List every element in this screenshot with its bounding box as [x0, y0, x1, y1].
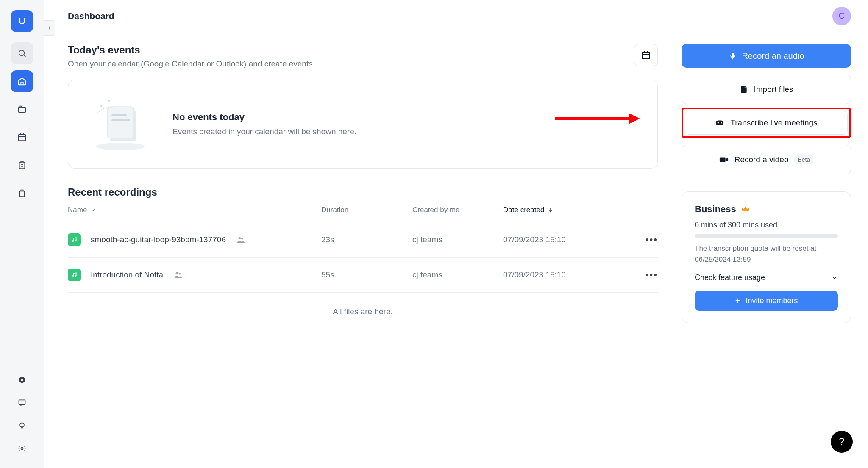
- empty-subtitle: Events created in your calendar will be …: [172, 127, 356, 136]
- recording-created-by: cj teams: [412, 270, 503, 280]
- table-footer: All files are here.: [68, 293, 658, 331]
- calendar-icon: [17, 133, 27, 142]
- bulb-icon: [18, 421, 26, 430]
- chevron-down-icon: [90, 207, 96, 213]
- import-files-button[interactable]: Import files: [682, 75, 851, 104]
- gear-icon: [18, 444, 26, 453]
- svg-rect-40: [720, 158, 726, 162]
- calendar-icon: [641, 50, 651, 60]
- trash-icon: [17, 188, 27, 198]
- svg-line-1: [24, 55, 25, 57]
- invite-members-button[interactable]: Invite members: [695, 291, 838, 311]
- events-subtitle: Open your calendar (Google Calendar or O…: [68, 59, 624, 69]
- svg-rect-2: [19, 107, 26, 112]
- table-header: Name Duration Created by me Date created: [68, 198, 658, 222]
- svg-point-24: [100, 105, 102, 107]
- svg-point-30: [241, 238, 243, 240]
- svg-rect-12: [19, 400, 25, 404]
- svg-point-13: [20, 423, 24, 427]
- svg-point-11: [21, 379, 23, 381]
- svg-point-31: [72, 276, 73, 277]
- audio-file-icon: [68, 233, 81, 246]
- empty-title: No events today: [172, 112, 356, 123]
- recording-row[interactable]: smooth-ac-guitar-loop-93bpm-137706 23s c…: [68, 222, 658, 258]
- app-logo[interactable]: U: [11, 10, 33, 32]
- recording-duration: 55s: [321, 270, 412, 280]
- events-empty-card: No events today Events created in your c…: [68, 80, 658, 169]
- trash-button[interactable]: [11, 182, 33, 204]
- recent-title: Recent recordings: [68, 186, 658, 198]
- feedback-button[interactable]: [13, 393, 31, 412]
- file-import-icon: [740, 85, 748, 94]
- user-avatar[interactable]: C: [832, 7, 851, 25]
- business-title: Business: [695, 204, 736, 215]
- usage-progress: [695, 234, 838, 238]
- feature-usage-link[interactable]: Check feature usage: [695, 273, 838, 282]
- home-icon: [17, 77, 27, 86]
- settings-button[interactable]: [13, 439, 31, 458]
- bot-icon: [715, 119, 724, 126]
- arrow-down-icon: [548, 207, 554, 213]
- quota-reset-note: The transcription quota will be reset at…: [695, 243, 838, 265]
- home-button[interactable]: [11, 70, 33, 92]
- calendar-button[interactable]: [11, 126, 33, 148]
- video-icon: [719, 156, 729, 163]
- recording-row[interactable]: Introduction of Notta 55s cj teams 07/09…: [68, 258, 658, 293]
- header: Dashboard C: [44, 0, 868, 32]
- plus-icon: [734, 297, 741, 304]
- open-calendar-button[interactable]: [634, 44, 658, 66]
- row-menu-button[interactable]: •••: [645, 234, 658, 245]
- search-icon: [17, 49, 27, 58]
- svg-point-28: [75, 240, 76, 241]
- crown-icon: [741, 205, 750, 213]
- svg-point-38: [718, 122, 719, 124]
- svg-point-39: [721, 122, 722, 124]
- annotation-highlight: Transcribe live meetings: [682, 108, 851, 138]
- chevron-right-icon: [47, 25, 53, 31]
- folder-icon: [17, 105, 27, 114]
- recording-created-by: cj teams: [412, 235, 503, 244]
- row-menu-button[interactable]: •••: [645, 269, 658, 280]
- svg-rect-35: [732, 53, 734, 57]
- record-audio-button[interactable]: Record an audio: [682, 44, 851, 68]
- app-store-button[interactable]: [13, 371, 31, 389]
- usage-text: 0 mins of 300 mins used: [695, 221, 838, 230]
- svg-point-14: [21, 448, 23, 450]
- page-title: Dashboard: [68, 11, 114, 21]
- empty-illustration: [89, 97, 152, 152]
- sidebar-collapse[interactable]: [44, 20, 55, 36]
- transcribe-meetings-button[interactable]: Transcribe live meetings: [685, 111, 848, 135]
- column-name[interactable]: Name: [68, 206, 321, 214]
- svg-point-33: [176, 272, 178, 275]
- beta-badge: Beta: [794, 155, 813, 164]
- events-title: Today's events: [68, 44, 624, 56]
- recording-duration: 23s: [321, 235, 412, 244]
- sidebar: U: [0, 0, 44, 468]
- column-duration[interactable]: Duration: [321, 206, 412, 214]
- clipboard-icon: [17, 161, 27, 170]
- svg-point-34: [178, 273, 181, 275]
- help-button[interactable]: ?: [831, 431, 853, 453]
- record-video-button[interactable]: Record a video Beta: [682, 145, 851, 174]
- folder-button[interactable]: [11, 98, 33, 120]
- svg-point-25: [108, 100, 110, 102]
- column-date-created[interactable]: Date created: [503, 206, 613, 214]
- recording-name: Introduction of Notta: [91, 270, 163, 280]
- mic-icon: [729, 52, 737, 60]
- recording-date: 07/09/2023 15:10: [503, 235, 613, 244]
- chevron-down-icon: [831, 274, 838, 281]
- svg-rect-21: [107, 107, 134, 138]
- search-button[interactable]: [11, 42, 33, 64]
- svg-point-19: [96, 143, 145, 150]
- clipboard-button[interactable]: [11, 154, 33, 176]
- svg-point-32: [75, 275, 76, 277]
- svg-point-29: [238, 237, 241, 240]
- recording-name: smooth-ac-guitar-loop-93bpm-137706: [91, 235, 226, 244]
- shared-icon: [173, 270, 183, 280]
- business-card: Business 0 mins of 300 mins used The tra…: [682, 191, 851, 323]
- recording-date: 07/09/2023 15:10: [503, 270, 613, 280]
- svg-rect-37: [716, 121, 723, 125]
- svg-rect-15: [642, 52, 650, 59]
- tips-button[interactable]: [13, 416, 31, 435]
- column-created-by[interactable]: Created by me: [412, 206, 503, 214]
